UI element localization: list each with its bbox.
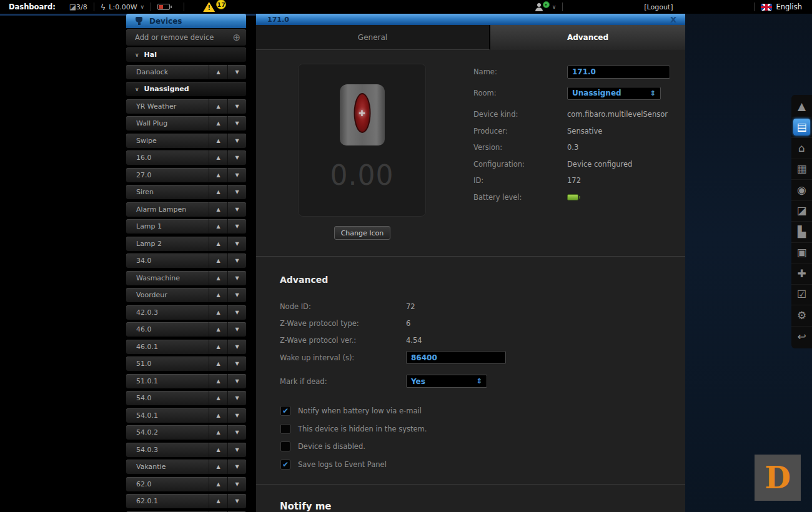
- move-up-button[interactable]: ▲: [209, 150, 227, 165]
- mark-if-dead-select[interactable]: Yes ⇕: [406, 375, 487, 388]
- device-row[interactable]: Lamp 2 ▲ ▼: [126, 237, 246, 251]
- device-row[interactable]: 42.0.3 ▲ ▼: [126, 305, 246, 320]
- device-row[interactable]: Alarm Lampen ▲ ▼: [126, 202, 246, 217]
- device-row[interactable]: 51.0 ▲ ▼: [126, 357, 246, 371]
- checkbox[interactable]: [280, 406, 290, 416]
- move-down-button[interactable]: ▼: [227, 288, 246, 302]
- move-up-button[interactable]: ▲: [209, 322, 227, 337]
- updates-icon[interactable]: ▣: [791, 243, 812, 264]
- checkbox-row[interactable]: Device is disabled.: [280, 438, 427, 456]
- device-row[interactable]: Wasmachine ▲ ▼: [126, 271, 246, 285]
- checkbox-row[interactable]: This device is hidden in the system.: [280, 420, 427, 438]
- device-row[interactable]: 62.0.1 ▲ ▼: [126, 494, 246, 508]
- add-or-remove-device-button[interactable]: Add or remove device ⊕: [126, 29, 246, 46]
- move-down-button[interactable]: ▼: [227, 65, 246, 79]
- move-up-button[interactable]: ▲: [209, 254, 227, 268]
- device-row[interactable]: YR Weather ▲ ▼: [126, 99, 246, 114]
- name-input[interactable]: [567, 66, 670, 79]
- device-row[interactable]: 27.0 ▲ ▼: [126, 168, 246, 182]
- device-row[interactable]: Danalock ▲ ▼: [126, 65, 246, 79]
- move-up-button[interactable]: ▲: [209, 425, 227, 440]
- device-row[interactable]: Wall Plug ▲ ▼: [126, 116, 246, 130]
- move-down-button[interactable]: ▼: [227, 134, 246, 148]
- move-up-button[interactable]: ▲: [209, 185, 227, 199]
- move-down-button[interactable]: ▼: [227, 305, 246, 320]
- plugins-icon[interactable]: ✚: [791, 263, 812, 285]
- user-icon[interactable]: [535, 3, 544, 11]
- move-up-button[interactable]: ▲: [209, 168, 227, 182]
- warning-count-badge[interactable]: 17: [216, 0, 226, 9]
- checkbox-row[interactable]: Save logs to Event Panel: [280, 456, 427, 474]
- device-row[interactable]: 16.0 ▲ ▼: [126, 150, 246, 165]
- move-down-button[interactable]: ▼: [227, 116, 246, 130]
- move-up-button[interactable]: ▲: [209, 357, 227, 371]
- checkbox[interactable]: [280, 460, 290, 470]
- stats-icon[interactable]: ▙: [791, 222, 812, 243]
- move-down-button[interactable]: ▼: [227, 219, 246, 234]
- move-down-button[interactable]: ▼: [227, 150, 246, 165]
- move-down-button[interactable]: ▼: [227, 168, 246, 182]
- battery-low-icon[interactable]: [157, 4, 170, 10]
- checkbox-row[interactable]: Notify when battery low via e-mail: [280, 402, 427, 420]
- device-group-header[interactable]: ∨ Hal: [126, 47, 246, 62]
- device-row[interactable]: 46.0.1 ▲ ▼: [126, 340, 246, 354]
- move-down-button[interactable]: ▼: [227, 185, 246, 199]
- move-up-button[interactable]: ▲: [209, 237, 227, 251]
- move-down-button[interactable]: ▼: [227, 408, 246, 423]
- checkbox[interactable]: [280, 441, 290, 451]
- move-up-button[interactable]: ▲: [209, 443, 227, 457]
- move-up-button[interactable]: ▲: [209, 460, 227, 474]
- move-up-button[interactable]: ▲: [209, 65, 227, 79]
- move-down-button[interactable]: ▼: [227, 425, 246, 440]
- move-down-button[interactable]: ▼: [227, 202, 246, 217]
- device-row[interactable]: 62.0 ▲ ▼: [126, 477, 246, 491]
- move-up-button[interactable]: ▲: [209, 288, 227, 302]
- move-down-button[interactable]: ▼: [227, 494, 246, 508]
- move-up-button[interactable]: ▲: [209, 477, 227, 491]
- checkbox[interactable]: [280, 424, 290, 434]
- logout-link[interactable]: [Logout]: [644, 3, 673, 11]
- device-row[interactable]: 54.0.2 ▲ ▼: [126, 425, 246, 440]
- move-down-button[interactable]: ▼: [227, 340, 246, 354]
- move-up-button[interactable]: ▲: [209, 202, 227, 217]
- device-row[interactable]: Siren ▲ ▼: [126, 185, 246, 199]
- scenes-icon[interactable]: ◪: [791, 201, 812, 222]
- device-group-header[interactable]: ∨ Unassigned: [126, 82, 246, 96]
- power-dropdown[interactable]: ϟ L:0.00W ∨: [101, 2, 144, 12]
- device-row[interactable]: Voordeur ▲ ▼: [126, 288, 246, 302]
- move-up-button[interactable]: ▲: [209, 271, 227, 285]
- device-row[interactable]: Swipe ▲ ▼: [126, 134, 246, 148]
- close-icon[interactable]: X: [670, 15, 676, 24]
- chevron-down-icon[interactable]: ∨: [552, 4, 557, 10]
- change-icon-button[interactable]: Change Icon: [334, 226, 390, 240]
- exit-icon[interactable]: ↩: [791, 327, 812, 348]
- move-down-button[interactable]: ▼: [227, 237, 246, 251]
- wake-interval-input[interactable]: [406, 351, 506, 364]
- panels-icon[interactable]: ☑: [791, 285, 812, 306]
- move-up-button[interactable]: ▲: [209, 116, 227, 130]
- save-icon[interactable]: ▤: [791, 117, 812, 139]
- move-up-button[interactable]: ▲: [209, 305, 227, 320]
- move-up-button[interactable]: ▲: [209, 99, 227, 114]
- device-row[interactable]: Lamp 1 ▲ ▼: [126, 219, 246, 234]
- move-down-button[interactable]: ▼: [227, 460, 246, 474]
- tab-general[interactable]: General: [256, 25, 490, 50]
- move-down-button[interactable]: ▼: [227, 477, 246, 491]
- move-up-button[interactable]: ▲: [209, 219, 227, 234]
- arrow-up-icon[interactable]: ▲: [791, 96, 812, 117]
- tab-advanced[interactable]: Advanced: [490, 25, 685, 50]
- sidebar-header-devices[interactable]: Devices: [126, 14, 246, 28]
- move-down-button[interactable]: ▼: [227, 357, 246, 371]
- move-up-button[interactable]: ▲: [209, 340, 227, 354]
- move-up-button[interactable]: ▲: [209, 374, 227, 388]
- room-select[interactable]: Unassigned ⇕: [567, 87, 661, 100]
- home-icon[interactable]: ⌂: [791, 138, 812, 159]
- device-row[interactable]: 34.0 ▲ ▼: [126, 254, 246, 268]
- move-up-button[interactable]: ▲: [209, 408, 227, 423]
- settings-icon[interactable]: ⚙: [791, 305, 812, 327]
- move-up-button[interactable]: ▲: [209, 134, 227, 148]
- language-selector[interactable]: English: [776, 2, 802, 11]
- device-row[interactable]: 51.0.1 ▲ ▼: [126, 374, 246, 388]
- move-down-button[interactable]: ▼: [227, 391, 246, 405]
- devices-icon[interactable]: ◉: [791, 180, 812, 201]
